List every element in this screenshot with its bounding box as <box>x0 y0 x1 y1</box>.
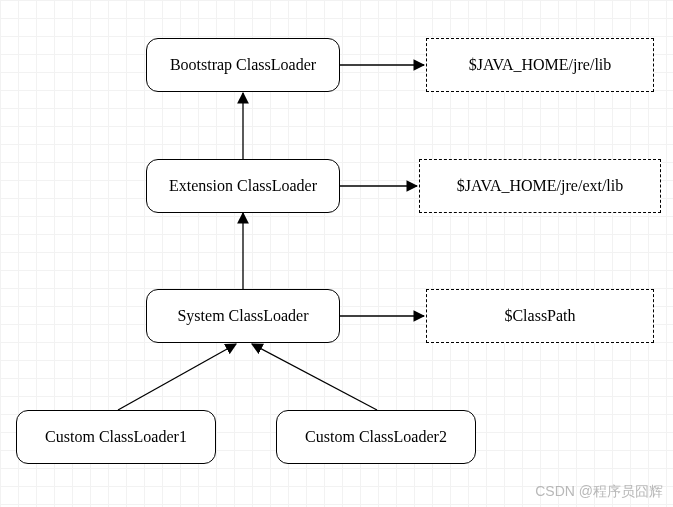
node-system: System ClassLoader <box>146 289 340 343</box>
path-extension: $JAVA_HOME/jre/ext/lib <box>419 159 661 213</box>
node-custom2: Custom ClassLoader2 <box>276 410 476 464</box>
path-bootstrap: $JAVA_HOME/jre/lib <box>426 38 654 92</box>
path-system: $ClassPath <box>426 289 654 343</box>
node-extension: Extension ClassLoader <box>146 159 340 213</box>
node-bootstrap: Bootstrap ClassLoader <box>146 38 340 92</box>
watermark: CSDN @程序员囧辉 <box>535 483 663 501</box>
node-custom1: Custom ClassLoader1 <box>16 410 216 464</box>
